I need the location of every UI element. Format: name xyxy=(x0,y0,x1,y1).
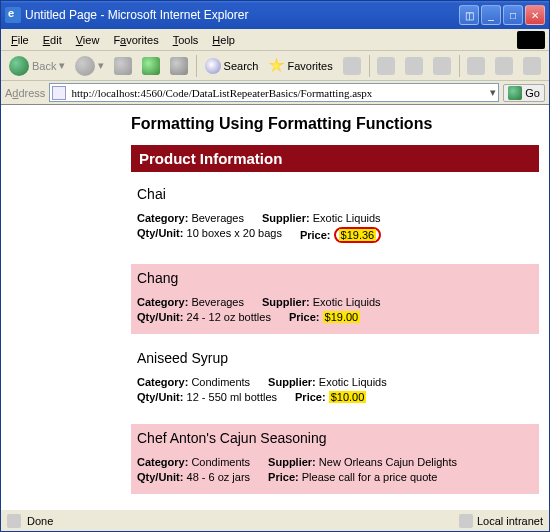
content-area: Formatting Using Formatting Functions Pr… xyxy=(1,105,549,509)
category-field: Category: Beverages xyxy=(137,212,244,224)
ext1-icon xyxy=(467,57,485,75)
qty-field: Qty/Unit: 10 boxes x 20 bags xyxy=(137,227,282,243)
menubar: File Edit View Favorites Tools Help xyxy=(1,29,549,51)
price-field: Price: $19.36 xyxy=(300,227,381,243)
history-icon xyxy=(343,57,361,75)
close-button[interactable]: ✕ xyxy=(525,5,545,25)
go-label: Go xyxy=(525,87,540,99)
refresh-button[interactable] xyxy=(138,55,164,77)
restore-alt-button[interactable]: ◫ xyxy=(459,5,479,25)
statusbar: Done Local intranet xyxy=(1,509,549,531)
edit-button[interactable] xyxy=(429,55,455,77)
window-title: Untitled Page - Microsoft Internet Explo… xyxy=(25,8,459,22)
supplier-field: Supplier: New Orleans Cajun Delights xyxy=(268,456,457,468)
price-value: $19.36 xyxy=(339,229,377,241)
back-button[interactable]: Back ▾ xyxy=(5,54,69,78)
product-name: Chef Anton's Cajun Seasoning xyxy=(137,430,533,446)
qty-field: Qty/Unit: 24 - 12 oz bottles xyxy=(137,311,271,323)
forward-icon xyxy=(75,56,95,76)
back-label: Back xyxy=(32,60,56,72)
price-annotation: $19.36 xyxy=(334,227,382,243)
back-icon xyxy=(9,56,29,76)
done-icon xyxy=(7,514,21,528)
zone-icon xyxy=(459,514,473,528)
category-field: Category: Condiments xyxy=(137,376,250,388)
product-name: Aniseed Syrup xyxy=(137,350,533,366)
supplier-field: Supplier: Exotic Liquids xyxy=(262,212,381,224)
mail-icon xyxy=(377,57,395,75)
titlebar: Untitled Page - Microsoft Internet Explo… xyxy=(1,1,549,29)
category-field: Category: Condiments xyxy=(137,456,250,468)
menu-tools[interactable]: Tools xyxy=(167,32,205,48)
page-icon xyxy=(52,86,66,100)
category-field: Category: Beverages xyxy=(137,296,244,308)
menu-file[interactable]: File xyxy=(5,32,35,48)
stop-button[interactable] xyxy=(110,55,136,77)
address-dropdown-icon[interactable]: ▾ xyxy=(490,86,496,99)
search-label: Search xyxy=(224,60,259,72)
ext1-button[interactable] xyxy=(463,55,489,77)
product-name: Chang xyxy=(137,270,533,286)
price-value: Please call for a price quote xyxy=(302,471,438,483)
ext3-icon xyxy=(523,57,541,75)
menu-edit[interactable]: Edit xyxy=(37,32,68,48)
go-button[interactable]: Go xyxy=(503,84,545,102)
maximize-button[interactable]: □ xyxy=(503,5,523,25)
minimize-button[interactable]: _ xyxy=(481,5,501,25)
address-bar: Address ▾ Go xyxy=(1,81,549,105)
history-button[interactable] xyxy=(339,55,365,77)
star-icon xyxy=(268,58,284,74)
product-name: Chai xyxy=(137,186,533,202)
print-icon xyxy=(405,57,423,75)
forward-button[interactable]: ▾ xyxy=(71,54,108,78)
search-button[interactable]: Search xyxy=(201,56,263,76)
qty-field: Qty/Unit: 48 - 6 oz jars xyxy=(137,471,250,483)
address-label: Address xyxy=(5,87,45,99)
price-value: $10.00 xyxy=(329,391,367,403)
qty-field: Qty/Unit: 12 - 550 ml bottles xyxy=(137,391,277,403)
product-item: Aniseed Syrup Category: Condiments Suppl… xyxy=(131,344,539,414)
menu-help[interactable]: Help xyxy=(206,32,241,48)
product-item: Chef Anton's Cajun Seasoning Category: C… xyxy=(131,424,539,494)
toolbar: Back ▾ ▾ Search Favorites xyxy=(1,51,549,81)
page-title: Formatting Using Formatting Functions xyxy=(131,115,539,133)
menu-favorites[interactable]: Favorites xyxy=(107,32,164,48)
ext2-icon xyxy=(495,57,513,75)
print-button[interactable] xyxy=(401,55,427,77)
address-box[interactable]: ▾ xyxy=(49,83,499,102)
home-icon xyxy=(170,57,188,75)
product-item: Chai Category: Beverages Supplier: Exoti… xyxy=(131,180,539,254)
stop-icon xyxy=(114,57,132,75)
price-value: $19.00 xyxy=(323,311,361,323)
ext2-button[interactable] xyxy=(491,55,517,77)
throbber-icon xyxy=(517,31,545,49)
section-header: Product Information xyxy=(131,145,539,172)
home-button[interactable] xyxy=(166,55,192,77)
price-field: Price: $19.00 xyxy=(289,311,360,323)
ie-icon xyxy=(5,7,21,23)
refresh-icon xyxy=(142,57,160,75)
search-icon xyxy=(205,58,221,74)
favorites-label: Favorites xyxy=(287,60,332,72)
product-item: Chang Category: Beverages Supplier: Exot… xyxy=(131,264,539,334)
price-field: Price: Please call for a price quote xyxy=(268,471,437,483)
edit-icon xyxy=(433,57,451,75)
menu-view[interactable]: View xyxy=(70,32,106,48)
supplier-field: Supplier: Exotic Liquids xyxy=(268,376,387,388)
price-field: Price: $10.00 xyxy=(295,391,366,403)
go-icon xyxy=(508,86,522,100)
favorites-button[interactable]: Favorites xyxy=(264,56,336,76)
ext3-button[interactable] xyxy=(519,55,545,77)
supplier-field: Supplier: Exotic Liquids xyxy=(262,296,381,308)
address-input[interactable] xyxy=(69,86,487,100)
zone-text: Local intranet xyxy=(477,515,543,527)
status-text: Done xyxy=(27,515,53,527)
mail-button[interactable] xyxy=(373,55,399,77)
